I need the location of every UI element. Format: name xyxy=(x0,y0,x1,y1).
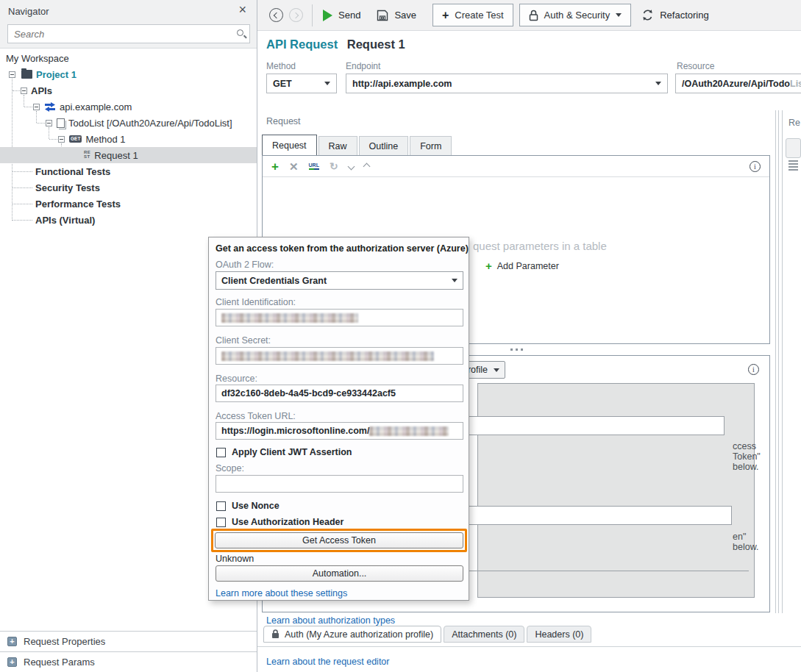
plus-icon: + xyxy=(442,9,449,22)
tree-item-resource[interactable]: TodoList [/OAuth20Azure/Api/TodoList] xyxy=(0,115,257,131)
client-secret-field[interactable] xyxy=(216,347,463,365)
add-icon[interactable]: + xyxy=(271,160,279,173)
tab-attachments[interactable]: Attachments (0) xyxy=(444,626,524,643)
tab-auth-profile[interactable]: Auth (My Azure authorization profile) xyxy=(263,626,441,643)
chevron-down-icon xyxy=(655,82,661,85)
client-id-label: Client Identification: xyxy=(216,297,296,307)
search-box[interactable] xyxy=(7,24,250,43)
tab-headers[interactable]: Headers (0) xyxy=(527,626,591,643)
response-panel-label: Re xyxy=(788,118,800,128)
scope-label: Scope: xyxy=(216,463,244,473)
auth-security-dropdown[interactable]: Auth & Security xyxy=(519,4,632,26)
vertical-splitter[interactable] xyxy=(778,110,779,613)
refactoring-button[interactable]: Refactoring xyxy=(641,9,708,21)
request-params-section[interactable]: + Request Params xyxy=(0,651,257,672)
forward-icon[interactable] xyxy=(289,8,303,22)
expander-icon[interactable] xyxy=(46,120,52,126)
vertical-splitter[interactable] xyxy=(775,110,776,613)
tree-item-functional-tests[interactable]: Functional Tests xyxy=(0,163,257,179)
learn-settings-link[interactable]: Learn more about these settings xyxy=(216,588,347,598)
learn-authorization-link[interactable]: Learn about authorization types xyxy=(266,615,395,626)
tree-item-security-tests[interactable]: Security Tests xyxy=(0,179,257,196)
method-select[interactable]: GET xyxy=(266,74,337,93)
refresh-token-field[interactable] xyxy=(441,506,732,525)
divider xyxy=(257,646,801,647)
tree-item-request[interactable]: RE ST Request 1 xyxy=(0,147,257,163)
expander-icon[interactable] xyxy=(9,71,15,78)
get-access-token-dialog: Get an access token from the authorizati… xyxy=(208,237,469,601)
tab-request[interactable]: Request xyxy=(262,135,317,156)
info-icon[interactable]: i xyxy=(750,161,761,172)
learn-request-editor-link[interactable]: Learn about the request editor xyxy=(266,657,389,667)
expander-icon[interactable] xyxy=(58,136,65,143)
endpoint-label: Endpoint xyxy=(346,61,380,71)
editor-header: API Request Request 1 xyxy=(266,37,405,51)
send-button[interactable]: Send xyxy=(323,10,360,21)
tree-item-api[interactable]: api.example.com xyxy=(0,99,257,115)
automation-button[interactable]: Automation... xyxy=(216,565,463,582)
add-parameter-button[interactable]: + Add Parameter xyxy=(485,260,559,272)
panel-splitter-handle[interactable] xyxy=(510,348,523,351)
scope-field[interactable] xyxy=(216,475,463,493)
move-down-icon[interactable] xyxy=(349,162,354,171)
oauth-flow-select[interactable]: Client Credentials Grant xyxy=(216,271,463,290)
expand-icon[interactable]: + xyxy=(7,637,17,646)
redacted-value xyxy=(221,313,358,323)
search-input[interactable] xyxy=(14,29,230,40)
tree-item-project[interactable]: Project 1 xyxy=(0,66,257,82)
request-panel-label: Request xyxy=(266,116,301,126)
refactoring-icon xyxy=(641,9,654,21)
response-tab-stub[interactable] xyxy=(786,138,801,158)
menu-icon[interactable] xyxy=(788,160,798,172)
tab-form[interactable]: Form xyxy=(410,136,452,156)
resource-field[interactable]: df32c160-8deb-4a45-bcd9-ce933442acf5 xyxy=(216,385,463,402)
chevron-down-icon xyxy=(324,82,330,85)
play-icon xyxy=(323,10,332,21)
close-icon[interactable]: × xyxy=(238,3,246,16)
expand-icon[interactable]: + xyxy=(7,657,17,667)
access-token-url-field[interactable]: https://login.microsoftonline.com/ xyxy=(216,422,463,440)
search-icon xyxy=(237,29,243,36)
tree-item-method[interactable]: GET Method 1 xyxy=(0,131,257,147)
checkbox-icon xyxy=(216,501,226,511)
use-auth-header-checkbox[interactable]: Use Authorization Header xyxy=(216,517,343,527)
tree-item-apis[interactable]: APIs xyxy=(0,82,257,99)
redacted-value xyxy=(369,426,449,436)
response-panel-edge xyxy=(782,110,783,613)
info-icon[interactable]: i xyxy=(748,364,759,375)
resource-input[interactable]: /OAuth20Azure/Api/TodoList xyxy=(675,74,801,93)
tab-raw[interactable]: Raw xyxy=(318,136,357,156)
get-access-token-button[interactable]: Get Access Token xyxy=(215,532,463,548)
lock-icon xyxy=(271,629,280,639)
checkbox-icon xyxy=(216,448,226,457)
create-test-button[interactable]: + Create Test xyxy=(432,4,513,26)
delete-icon[interactable]: ✕ xyxy=(289,161,299,172)
expander-icon[interactable] xyxy=(21,87,27,94)
request-editor-toolbar: + ✕ URL ↻ xyxy=(263,156,769,177)
back-icon[interactable] xyxy=(269,8,283,22)
method-label: Method xyxy=(266,61,296,71)
tab-outline[interactable]: Outline xyxy=(359,136,409,156)
api-transfer-icon xyxy=(44,102,56,112)
url-icon[interactable]: URL xyxy=(309,162,319,170)
get-access-token-highlight: Get Access Token xyxy=(211,529,467,552)
jwt-assertion-checkbox[interactable]: Apply Client JWT Assertion xyxy=(216,447,352,457)
tree-item-performance-tests[interactable]: Performance Tests xyxy=(0,196,257,212)
tree-item-workspace[interactable]: My Workspace xyxy=(0,50,257,66)
toolbar-divider xyxy=(312,4,313,26)
navigator-header: Navigator × xyxy=(0,0,257,49)
parameters-hint-text: quest parameters in a table xyxy=(473,240,607,252)
request-properties-section[interactable]: + Request Properties xyxy=(0,631,257,651)
use-nonce-checkbox[interactable]: Use Nonce xyxy=(216,501,280,511)
move-up-icon[interactable] xyxy=(364,162,369,171)
endpoint-select[interactable]: http://api.example.com xyxy=(346,74,668,93)
refresh-icon[interactable]: ↻ xyxy=(330,161,338,171)
chevron-down-icon xyxy=(452,279,458,282)
tree-item-apis-virtual[interactable]: APIs (Virtual) xyxy=(0,212,257,228)
dialog-title: Get an access token from the authorizati… xyxy=(216,243,469,254)
token-field[interactable] xyxy=(441,416,725,435)
expander-icon[interactable] xyxy=(33,104,40,110)
client-id-field[interactable] xyxy=(216,309,463,326)
save-button[interactable]: Save xyxy=(377,10,416,21)
request-tabs: Request Raw Outline Form xyxy=(262,135,453,156)
